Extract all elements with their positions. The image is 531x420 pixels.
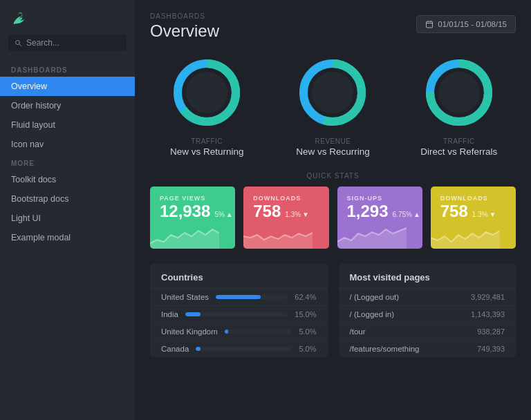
page-value-2: 938,287	[477, 327, 505, 336]
sidebar-item-bootstrap-docs[interactable]: Bootstrap docs	[0, 189, 135, 209]
stat-label-signups: Sign-Ups	[347, 195, 413, 202]
charts-row: Traffic New vs Returning Revenue New vs …	[150, 55, 516, 157]
svg-point-12	[438, 72, 480, 113]
donut-chart-3	[421, 55, 497, 131]
sidebar-item-toolkit-docs[interactable]: Toolkit docs	[0, 170, 135, 189]
leaf-icon	[11, 11, 26, 26]
stat-value-downloads: 758	[253, 203, 281, 220]
page-value-3: 749,393	[477, 345, 505, 353]
bottom-row: Countries United States 62.4% India 15.0…	[150, 264, 516, 357]
table-row: /features/something 749,393	[339, 341, 516, 357]
stat-card-downloads: Downloads 758 1.3% ▼	[243, 187, 328, 249]
sidebar-item-order-history[interactable]: Order history	[0, 96, 135, 115]
stat-change-downloads2: 1.3% ▼	[472, 211, 496, 218]
page-value-1: 1,143,393	[471, 310, 505, 318]
page-title: Overview	[150, 21, 219, 41]
chart-3-main: Direct vs Referrals	[420, 146, 497, 157]
countries-table: Countries United States 62.4% India 15.0…	[150, 264, 328, 357]
page-label-3: /features/something	[350, 345, 420, 353]
bar-0	[216, 295, 261, 299]
visited-table: Most visited pages / (Logged out) 3,929,…	[339, 264, 516, 357]
table-row: /tour 938,287	[339, 323, 516, 341]
stat-label-downloads: Downloads	[253, 195, 319, 202]
countries-table-title: Countries	[150, 264, 328, 289]
country-label-3: Canada	[161, 345, 189, 353]
table-row: India 15.0%	[150, 306, 328, 323]
title-area: Dashboards Overview	[150, 12, 219, 41]
search-area	[0, 35, 135, 61]
svg-point-9	[312, 72, 353, 113]
main-content: Dashboards Overview 01/01/15 - 01/08/15 …	[135, 0, 531, 420]
bar-2	[225, 330, 228, 334]
sidebar-item-icon-nav[interactable]: Icon nav	[0, 135, 135, 154]
stat-value-signups: 1,293	[347, 203, 389, 220]
sidebar-item-light-ui[interactable]: Light UI	[0, 209, 135, 228]
stats-row: Page Views 12,938 5% ▲ Downloads 758 1.3…	[150, 187, 516, 249]
table-row: / (Logged in) 1,143,393	[339, 306, 516, 323]
chart-2-main: New vs Recurring	[296, 146, 370, 157]
page-value-0: 3,929,481	[471, 293, 505, 301]
stat-label-downloads2: Downloads	[440, 195, 506, 202]
wave-svg-3	[431, 222, 500, 249]
sidebar-item-overview[interactable]: Overview	[0, 77, 135, 96]
stat-label-page-views: Page Views	[160, 195, 225, 202]
bar-wrap-2	[225, 330, 292, 334]
wave-svg-1	[243, 222, 313, 249]
table-row: / (Logged out) 3,929,481	[339, 289, 516, 306]
chart-direct-vs-referrals: Traffic Direct vs Referrals	[402, 55, 516, 157]
date-range-button[interactable]: 01/01/15 - 01/08/15	[416, 15, 516, 33]
stat-change-page-views: 5% ▲	[214, 211, 232, 218]
chart-2-sub: Revenue	[315, 137, 351, 145]
sidebar-section-more: More Toolkit docs Bootstrap docs Light U…	[0, 154, 135, 247]
visited-table-title: Most visited pages	[339, 264, 516, 289]
country-label-0: United States	[161, 293, 209, 301]
logo-area	[0, 0, 135, 35]
chart-1-sub: Traffic	[191, 137, 223, 145]
bar-wrap-3	[196, 347, 292, 351]
country-value-1: 15.0%	[295, 310, 316, 318]
search-icon	[14, 39, 22, 47]
stat-card-page-views: Page Views 12,938 5% ▲	[150, 187, 235, 249]
country-label-2: United Kingdom	[161, 327, 218, 336]
wave-svg-2	[337, 222, 407, 249]
stat-card-downloads2: Downloads 758 1.3% ▼	[431, 187, 516, 249]
stat-value-row-2: 1,293 6.75% ▲	[347, 203, 413, 220]
search-box[interactable]	[8, 35, 127, 51]
chart-new-vs-returning: Traffic New vs Returning	[150, 55, 263, 157]
stat-value-row-1: 758 1.3% ▼	[253, 203, 319, 220]
country-value-0: 62.4%	[295, 293, 316, 301]
sidebar-item-example-modal[interactable]: Example modal	[0, 228, 135, 247]
sidebar-item-fluid-layout[interactable]: Fluid layout	[0, 115, 135, 135]
svg-rect-0	[427, 21, 433, 28]
chart-3-sub: Traffic	[443, 137, 475, 145]
stat-change-signups: 6.75% ▲	[393, 211, 420, 218]
country-value-3: 5.0%	[299, 345, 316, 353]
chart-1-main: New vs Returning	[170, 146, 244, 157]
wave-svg-0	[150, 222, 219, 249]
section-label-dashboards: Dashboards	[0, 61, 135, 77]
sidebar-section-dashboards: Dashboards Overview Order history Fluid …	[0, 61, 135, 154]
search-input[interactable]	[26, 38, 121, 48]
table-row: United States 62.4%	[150, 289, 328, 306]
sidebar: Dashboards Overview Order history Fluid …	[0, 0, 135, 420]
stat-change-downloads: 1.3% ▼	[285, 211, 309, 218]
stat-value-row-3: 758 1.3% ▼	[440, 203, 506, 220]
svg-point-6	[186, 72, 227, 113]
page-label-1: / (Logged in)	[350, 310, 395, 318]
chart-new-vs-recurring: Revenue New vs Recurring	[276, 55, 389, 157]
breadcrumb: Dashboards	[150, 12, 219, 20]
country-value-2: 5.0%	[299, 327, 316, 336]
stat-value-downloads2: 758	[440, 203, 468, 220]
bar-3	[196, 347, 201, 351]
bar-1	[185, 312, 201, 316]
stat-value-page-views: 12,938	[160, 203, 210, 220]
country-label-1: India	[161, 310, 178, 318]
donut-chart-2	[295, 55, 371, 131]
stat-value-row-0: 12,938 5% ▲	[160, 203, 225, 220]
svg-marker-14	[243, 233, 313, 249]
table-row: Canada 5.0%	[150, 341, 328, 357]
donut-chart-1	[169, 55, 245, 131]
date-range-label: 01/01/15 - 01/08/15	[438, 20, 507, 28]
page-label-0: / (Logged out)	[350, 293, 400, 301]
stat-card-signups: Sign-Ups 1,293 6.75% ▲	[337, 187, 422, 249]
